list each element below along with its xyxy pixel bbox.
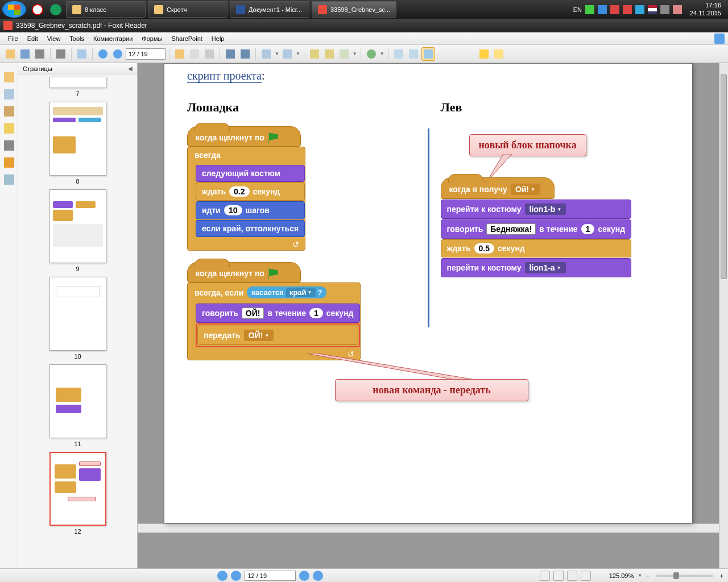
menu-help[interactable]: Help	[207, 34, 229, 44]
zoom-out-icon[interactable]: −	[646, 572, 649, 579]
column-lion: Лев новый блок шапочка когда я получуОй!…	[441, 100, 670, 372]
col-title: Лошадка	[187, 100, 416, 115]
thumb-8[interactable]: 8	[23, 102, 133, 185]
shield-icon[interactable]	[610, 5, 619, 14]
volume-icon[interactable]	[623, 5, 632, 14]
task-label: Документ1 - Micr...	[249, 6, 302, 13]
scroll-thumb[interactable]	[721, 74, 727, 279]
view-facing-cont-button[interactable]	[581, 571, 591, 581]
zoom-in-button[interactable]	[280, 47, 294, 61]
view-single-button[interactable]	[540, 571, 550, 581]
thumb-12[interactable]: 12	[23, 452, 133, 535]
menu-sharepoint[interactable]: SharePoint	[167, 34, 206, 44]
tray-icon[interactable]	[598, 5, 607, 14]
tray-icon[interactable]	[585, 5, 594, 14]
chevron-down-icon[interactable]: ▼	[296, 51, 300, 56]
menu-edit[interactable]: Edit	[23, 34, 43, 44]
print-button[interactable]	[33, 47, 47, 61]
taskbar-item-1[interactable]: 8 класс	[66, 1, 146, 18]
app-icon	[3, 21, 13, 30]
hand-tool-button[interactable]	[173, 47, 187, 61]
thumb-7[interactable]: 7	[23, 77, 133, 97]
horizontal-scrollbar[interactable]	[138, 523, 719, 533]
next-page-button[interactable]	[111, 47, 125, 61]
vertical-scrollbar[interactable]	[719, 63, 728, 568]
view-continuous-button[interactable]	[553, 571, 564, 581]
page-input[interactable]	[245, 571, 296, 581]
tray-icon[interactable]	[673, 5, 682, 14]
thumb-10[interactable]: 10	[23, 277, 133, 360]
menu-tools[interactable]: Tools	[65, 34, 89, 44]
open-button[interactable]	[3, 47, 17, 61]
chevron-down-icon[interactable]: ▼	[638, 573, 642, 578]
layers-icon[interactable]	[4, 106, 14, 117]
rotate-right-button[interactable]	[322, 47, 336, 61]
forever-if-block: всегда, есликасаетсякрай▼?	[188, 283, 360, 302]
thumbnails-list[interactable]: 7 8 9 10 11 12	[18, 74, 137, 568]
fit-width-button[interactable]	[407, 47, 420, 61]
thumb-11[interactable]: 11	[23, 364, 133, 447]
lang-indicator[interactable]: EN	[573, 6, 582, 13]
search-button[interactable]	[224, 47, 237, 61]
tray-icon[interactable]	[635, 5, 644, 14]
chevron-down-icon[interactable]: ▼	[353, 51, 357, 56]
find-button[interactable]	[238, 47, 252, 61]
layout-button[interactable]	[75, 47, 89, 61]
menu-forms[interactable]: Формы	[137, 34, 167, 44]
rotate-left-button[interactable]	[308, 47, 321, 61]
clock-time: 17:16	[690, 2, 721, 9]
next-costume-block: следующий костюм	[196, 165, 305, 182]
chevron-down-icon[interactable]: ▼	[275, 51, 279, 56]
save-button[interactable]	[18, 47, 32, 61]
slider-handle[interactable]	[673, 572, 679, 579]
zoom-in-icon[interactable]: +	[720, 572, 723, 579]
thumb-9[interactable]: 9	[23, 189, 133, 272]
comments-icon[interactable]	[4, 123, 14, 134]
view-facing-button[interactable]	[567, 571, 577, 581]
prev-page-button[interactable]	[231, 571, 241, 581]
next-page-button[interactable]	[299, 571, 309, 581]
bookmarks-icon[interactable]	[4, 89, 14, 99]
chevron-down-icon[interactable]: ▼	[380, 51, 384, 56]
highlight-button[interactable]	[477, 47, 491, 61]
media-icon[interactable]	[47, 1, 65, 18]
menu-file[interactable]: File	[3, 34, 23, 44]
fit-button[interactable]	[392, 47, 406, 61]
thumb-label: 9	[23, 265, 133, 272]
last-page-button[interactable]	[313, 571, 323, 581]
pdf-icon	[318, 5, 327, 14]
taskbar-item-3[interactable]: Документ1 - Micr...	[230, 1, 309, 18]
flag-icon[interactable]	[648, 5, 657, 14]
pages-panel-icon[interactable]	[4, 72, 14, 82]
security-icon[interactable]	[4, 157, 14, 168]
thumb-label: 11	[23, 440, 133, 447]
task-label: Скретч	[167, 6, 187, 13]
attachments-icon[interactable]	[4, 140, 14, 151]
page-input[interactable]	[126, 48, 166, 60]
taskbar-item-4[interactable]: 33598_Grebnev_sc...	[312, 1, 396, 18]
page-button[interactable]	[337, 47, 351, 61]
yandex-icon[interactable]	[28, 1, 47, 18]
zoom-slider[interactable]	[656, 575, 713, 577]
signatures-icon[interactable]	[4, 174, 14, 185]
prev-page-button[interactable]	[96, 47, 110, 61]
select-text-button[interactable]	[188, 47, 201, 61]
thumb-label: 10	[23, 353, 133, 360]
start-button[interactable]	[2, 1, 26, 18]
note-button[interactable]	[492, 47, 506, 61]
fit-page-button[interactable]	[421, 47, 435, 61]
menu-view[interactable]: View	[43, 34, 65, 44]
zoom-out-button[interactable]	[259, 47, 273, 61]
collapse-icon[interactable]: ◀	[128, 65, 133, 72]
first-page-button[interactable]	[217, 571, 228, 581]
clock[interactable]: 17:1624.11.2015	[685, 2, 726, 16]
menubar: File Edit View Tools Комментарии Формы S…	[0, 32, 728, 45]
document-viewport[interactable]: скрипт проекта: Лошадка когда щелкнут по…	[138, 63, 719, 568]
speaker-icon[interactable]	[660, 5, 669, 14]
rotate-button[interactable]	[365, 47, 378, 61]
menu-comments[interactable]: Комментарии	[89, 34, 137, 44]
pointer-button[interactable]	[202, 47, 216, 61]
print2-button[interactable]	[54, 47, 68, 61]
maximize-icon[interactable]	[714, 34, 725, 44]
taskbar-item-2[interactable]: Скретч	[148, 1, 228, 18]
